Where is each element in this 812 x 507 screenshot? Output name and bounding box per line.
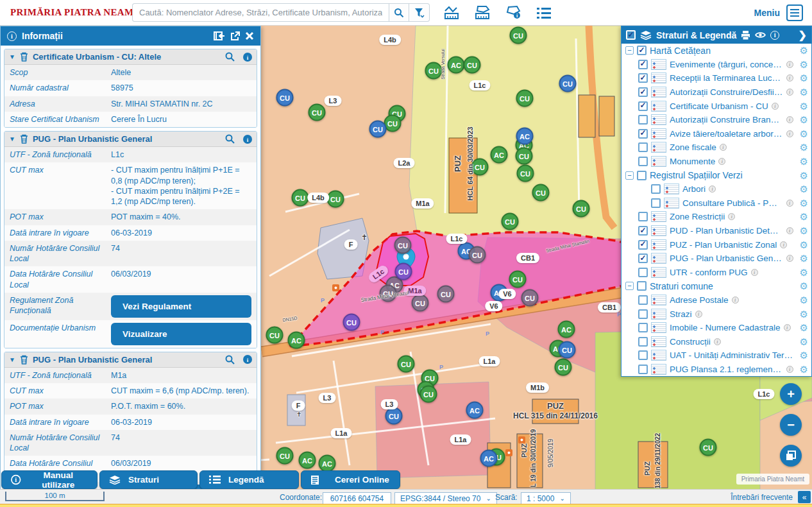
zoom-out-button[interactable]: − — [780, 414, 802, 436]
gear-icon[interactable]: ⚙ — [800, 60, 808, 69]
layer-label[interactable]: PUD - Plan Urbanistic Detaliu — [670, 226, 783, 236]
map-marker-cu[interactable]: CU — [469, 246, 486, 264]
map-marker-ac[interactable]: AC — [299, 452, 316, 469]
layer-checkbox[interactable] — [638, 226, 648, 236]
gear-icon[interactable]: ⚙ — [800, 323, 808, 332]
zoom-in-button[interactable]: + — [780, 383, 802, 405]
layer-checkbox[interactable] — [638, 268, 648, 277]
layers-master-checkbox[interactable] — [626, 30, 636, 40]
gear-icon[interactable]: ⚙ — [800, 212, 808, 221]
map-marker-cu[interactable]: CU — [412, 295, 429, 312]
layer-label[interactable]: Autorizații Construire/Desființare ... — [670, 87, 783, 97]
map-marker-cu[interactable]: CU — [532, 184, 550, 202]
measure-distance-button[interactable] — [444, 5, 461, 21]
layer-label[interactable]: Adrese Postale — [670, 295, 729, 305]
print-icon[interactable] — [741, 31, 750, 40]
epsg-select[interactable]: EPSG:3844 / Stereo 70⌄ — [394, 492, 497, 504]
layer-label[interactable]: UAT - Unități Administrativ Teritor... — [670, 350, 793, 360]
visibility-eye-icon[interactable] — [755, 31, 766, 39]
map-marker-ac[interactable]: AC — [558, 321, 575, 338]
layer-checkbox[interactable] — [638, 365, 648, 374]
map-marker-cu[interactable]: CU — [516, 90, 534, 107]
gear-icon[interactable]: ⚙ — [800, 295, 808, 305]
layer-info-icon[interactable]: i — [718, 158, 725, 165]
layer-info-icon[interactable]: i — [751, 269, 758, 276]
layer-label[interactable]: Imobile - Numere Cadastrale — [670, 323, 781, 332]
map-marker-cu[interactable]: CU — [276, 89, 294, 107]
collapse-section-icon[interactable]: ▼ — [9, 356, 15, 363]
layer-label[interactable]: Autorizații Construire Branșamen... — [670, 115, 783, 125]
layer-label[interactable]: Straturi comune — [650, 281, 713, 291]
layer-checkbox[interactable] — [638, 254, 648, 263]
layer-checkbox[interactable] — [637, 46, 647, 55]
layer-info-icon[interactable]: i — [695, 311, 702, 318]
map-marker-cu[interactable]: CU — [510, 27, 527, 44]
collapse-section-icon[interactable]: ▼ — [9, 53, 15, 60]
gear-icon[interactable]: ⚙ — [800, 115, 808, 125]
layer-info-icon[interactable]: i — [780, 241, 787, 248]
map-marker-cu[interactable]: CU — [700, 439, 717, 456]
layer-checkbox[interactable] — [638, 60, 648, 69]
layer-info-icon[interactable]: i — [786, 74, 793, 82]
layer-info-icon[interactable]: i — [786, 200, 793, 207]
menu-button[interactable] — [786, 4, 803, 21]
feature-info-tool-button[interactable]: i — [505, 5, 522, 21]
straturi-button[interactable]: Straturi — [99, 470, 198, 489]
layer-checkbox[interactable] — [651, 184, 661, 194]
vizualizare-button[interactable]: Vizualizare — [111, 323, 251, 345]
map-marker-cu[interactable]: CU — [385, 408, 403, 425]
legenda-button[interactable]: Legendă — [199, 470, 299, 489]
layer-label[interactable]: Zone Restricții — [670, 212, 725, 221]
legend-list-button[interactable] — [536, 6, 552, 19]
trash-icon[interactable] — [20, 355, 28, 365]
map-marker-ac[interactable]: AC — [480, 450, 498, 467]
map-marker-cu[interactable]: CU — [343, 314, 360, 331]
gear-icon[interactable]: ⚙ — [800, 171, 808, 180]
close-panel-icon[interactable] — [245, 31, 254, 40]
cereri-online-button[interactable]: Cereri Online — [301, 470, 400, 489]
layer-checkbox[interactable] — [638, 142, 648, 152]
map-marker-cu[interactable]: CU — [309, 104, 326, 121]
layer-label[interactable]: Monumente — [670, 157, 715, 166]
layer-label[interactable]: Certificate Urbanism - CU — [670, 101, 768, 111]
gear-icon[interactable]: ⚙ — [800, 337, 808, 347]
layer-info-icon[interactable]: i — [772, 103, 779, 110]
layer-info-icon[interactable]: i — [784, 324, 791, 331]
basemap-switch-button[interactable] — [780, 445, 802, 467]
map-marker-ac[interactable]: AC — [516, 128, 534, 145]
layer-label[interactable]: Strazi — [670, 309, 692, 319]
map-marker-cu[interactable]: CU — [559, 341, 576, 359]
map-marker-cu[interactable]: CU — [437, 286, 455, 303]
trash-icon[interactable] — [20, 52, 28, 62]
gear-icon[interactable]: ⚙ — [800, 142, 808, 152]
layer-info-icon[interactable]: i — [728, 213, 735, 220]
open-new-window-icon[interactable] — [230, 31, 240, 41]
expand-collapse-icon[interactable]: − — [625, 46, 634, 55]
expand-collapse-icon[interactable]: − — [625, 282, 634, 290]
layer-label[interactable]: Avize tăiere/toaletare arbori - ATA — [670, 129, 783, 139]
layer-checkbox[interactable] — [651, 198, 661, 208]
map-marker-cu[interactable]: CU — [369, 121, 387, 138]
feature-info-icon[interactable]: i — [243, 135, 252, 144]
map-marker-cu[interactable]: CU — [266, 327, 283, 344]
gear-icon[interactable]: ⚙ — [800, 101, 808, 111]
layer-checkbox[interactable] — [638, 240, 648, 250]
map-marker-cu[interactable]: CU — [327, 191, 344, 208]
map-marker-cu[interactable]: CU — [517, 165, 534, 182]
search-filter-button[interactable] — [409, 3, 430, 22]
layer-info-icon[interactable]: i — [786, 130, 793, 137]
layer-label[interactable]: PUG Plansa 2.1. reglementari UTR — [670, 365, 783, 374]
menu-label[interactable]: Meniu — [754, 8, 780, 18]
layer-info-icon[interactable]: i — [786, 61, 793, 68]
layer-checkbox[interactable] — [638, 309, 648, 319]
layer-checkbox[interactable] — [638, 212, 648, 221]
map-marker-ac[interactable]: AC — [491, 284, 508, 302]
search-input[interactable] — [132, 3, 389, 22]
layer-checkbox[interactable] — [638, 101, 648, 111]
map-marker-cu[interactable]: CU — [380, 285, 397, 302]
gear-icon[interactable]: ⚙ — [800, 226, 808, 236]
gear-icon[interactable]: ⚙ — [800, 73, 808, 83]
map-marker-cu[interactable]: CU — [502, 213, 519, 230]
layer-label[interactable]: Hartă Cetățean — [650, 46, 711, 56]
trash-icon[interactable] — [20, 134, 28, 144]
